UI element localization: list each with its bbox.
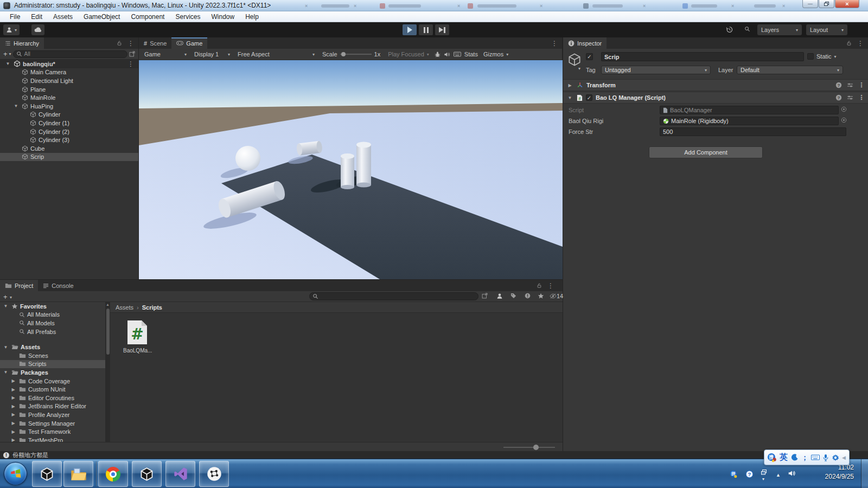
hierarchy-item-cylinder-3-[interactable]: Cylinder (3) [0, 136, 138, 144]
hierarchy-item-cylinder[interactable]: Cylinder [0, 111, 138, 119]
menu-assets[interactable]: Assets [48, 11, 78, 22]
tray-ime-icon[interactable]: 拼 [730, 470, 738, 478]
project-tree-item-all-models[interactable]: All Models [0, 319, 105, 328]
tab-scene[interactable]: # Scene [139, 37, 171, 49]
menu-help[interactable]: Help [240, 11, 264, 22]
save-search-icon[interactable] [538, 293, 544, 299]
rigidbody-object-field[interactable]: MainRole (Rigidbody) [660, 117, 839, 125]
expand-arrow-icon[interactable]: ▶ [10, 404, 17, 409]
open-new-window-icon[interactable] [482, 293, 488, 299]
scale-slider-track[interactable] [340, 54, 372, 55]
search-by-type-icon[interactable] [496, 293, 503, 299]
ime-punctuation-toggle[interactable]: ； [801, 453, 808, 463]
mute-audio-icon[interactable] [444, 52, 450, 57]
help-icon[interactable]: ? [835, 82, 842, 88]
status-bar[interactable]: ! 份额地方都是 [0, 451, 868, 459]
search-by-import-log-icon[interactable] [525, 293, 531, 299]
ime-softkeyboard-icon[interactable] [811, 454, 820, 460]
chevron-down-icon[interactable]: ▾ [834, 54, 837, 59]
ime-settings-icon[interactable] [832, 454, 839, 461]
breadcrumb-leaf[interactable]: Scripts [142, 304, 162, 311]
taskbar-button-chrome[interactable] [98, 461, 128, 487]
tray-help-icon[interactable]: ? [745, 470, 754, 478]
menu-file[interactable]: File [4, 11, 25, 22]
menu-services[interactable]: Services [170, 11, 206, 22]
layers-dropdown[interactable]: Layers▾ [757, 24, 802, 35]
chevron-down-icon[interactable]: ▾ [762, 477, 764, 481]
taskbar-button-visual-studio[interactable] [165, 461, 195, 487]
kebab-menu-icon[interactable]: ⋮ [127, 60, 138, 68]
kebab-menu-icon[interactable]: ⋮ [551, 40, 558, 47]
static-checkbox[interactable] [807, 53, 814, 60]
expand-arrow-icon[interactable]: ▼ [2, 370, 9, 375]
lock-icon[interactable] [537, 282, 542, 288]
taskbar-button-unity-hub[interactable] [32, 461, 62, 487]
pause-button[interactable] [419, 24, 433, 35]
force-value-input[interactable]: 500 [660, 127, 846, 136]
hierarchy-item-huaping[interactable]: ▼HuaPing [0, 102, 138, 111]
tab-project[interactable]: Project [0, 280, 38, 291]
hierarchy-search-input[interactable]: All [13, 50, 127, 58]
project-tree-item-all-prefabs[interactable]: All Prefabs [0, 328, 105, 336]
expand-arrow-icon[interactable]: ▼ [2, 345, 9, 350]
project-tree-item-editor-coroutines[interactable]: ▶Editor Coroutines [0, 394, 105, 402]
kebab-menu-icon[interactable]: ⋮ [858, 81, 865, 89]
layer-dropdown[interactable]: Default▾ [737, 66, 843, 74]
project-tree-item-scripts[interactable]: Scripts [0, 360, 105, 369]
collapse-arrow-icon[interactable]: ▼ [566, 95, 573, 100]
lock-icon[interactable] [117, 40, 122, 46]
account-dropdown[interactable]: ▾ [3, 24, 20, 35]
expand-arrow-icon[interactable]: ▼ [12, 104, 20, 108]
open-new-window-icon[interactable] [129, 51, 135, 57]
tab-console[interactable]: Console [38, 280, 78, 291]
expand-arrow-icon[interactable]: ▶ [10, 395, 17, 400]
scale-slider-thumb[interactable] [341, 52, 346, 56]
hierarchy-item-cylinder-2-[interactable]: Cylinder (2) [0, 127, 138, 136]
asset-item-script[interactable]: # BaoLQMa... [123, 319, 151, 354]
tray-window-icon[interactable] [761, 469, 767, 476]
hierarchy-item-baolingqiu-[interactable]: ▼baolingqiu*⋮ [0, 60, 138, 68]
gizmos-dropdown[interactable]: Gizmos▾ [481, 51, 510, 57]
expand-arrow-icon[interactable]: ▶ [566, 83, 573, 88]
kebab-menu-icon[interactable]: ⋮ [547, 282, 554, 290]
expand-arrow-icon[interactable]: ▼ [4, 61, 11, 66]
project-tree-item-assets[interactable]: ▼Assets [0, 343, 105, 351]
expand-arrow-icon[interactable]: ▼ [2, 304, 9, 309]
help-icon[interactable]: ? [835, 94, 842, 101]
tab-inspector[interactable]: Inspector [563, 37, 607, 49]
search-by-label-icon[interactable] [510, 293, 516, 299]
hierarchy-item-cube[interactable]: Cube [0, 144, 138, 153]
tag-dropdown[interactable]: Untagged▾ [601, 66, 711, 74]
search-icon[interactable] [744, 26, 750, 32]
project-tree-item-all-materials[interactable]: All Materials [0, 311, 105, 319]
display-dropdown[interactable]: Display 1▾ [192, 51, 232, 57]
add-object-button[interactable]: + [3, 50, 8, 58]
expand-arrow-icon[interactable]: ▶ [10, 429, 17, 434]
project-tree-item-scenes[interactable]: Scenes [0, 351, 105, 360]
start-button[interactable] [4, 462, 27, 485]
menu-window[interactable]: Window [206, 11, 240, 22]
expand-arrow-icon[interactable]: ▶ [10, 412, 17, 417]
project-tree-item-custom-nunit[interactable]: ▶Custom NUnit [0, 385, 105, 394]
project-tree-item-test-framework[interactable]: ▶Test Framework [0, 427, 105, 436]
kebab-menu-icon[interactable]: ⋮ [857, 40, 864, 47]
tab-hierarchy[interactable]: Hierarchy [0, 37, 44, 49]
taskbar-button-unity-editor[interactable] [132, 461, 162, 487]
scrollbar-thumb[interactable] [106, 309, 110, 355]
tab-game[interactable]: Game [171, 37, 207, 49]
stats-button[interactable]: Stats [464, 51, 478, 57]
project-tree-item-code-coverage[interactable]: ▶Code Coverage [0, 377, 105, 386]
hierarchy-item-main-camera[interactable]: Main Camera [0, 68, 138, 77]
object-picker-icon[interactable] [841, 117, 847, 123]
volume-icon[interactable] [788, 470, 796, 477]
play-focused-dropdown[interactable]: Play Focused▾ [386, 51, 431, 57]
minimize-button[interactable]: — [802, 0, 818, 8]
show-hidden-icons-button[interactable]: ▲ [776, 472, 781, 478]
debug-icon[interactable] [435, 51, 441, 57]
project-tree-item-profile-analyzer[interactable]: ▶Profile Analyzer [0, 410, 105, 419]
hierarchy-item-cylinder-1-[interactable]: Cylinder (1) [0, 119, 138, 127]
project-tree-item-settings-manager[interactable]: ▶Settings Manager [0, 419, 105, 428]
game-viewport[interactable] [139, 60, 563, 279]
expand-arrow-icon[interactable]: ▶ [10, 387, 17, 392]
hierarchy-item-directional-light[interactable]: Directional Light [0, 76, 138, 85]
